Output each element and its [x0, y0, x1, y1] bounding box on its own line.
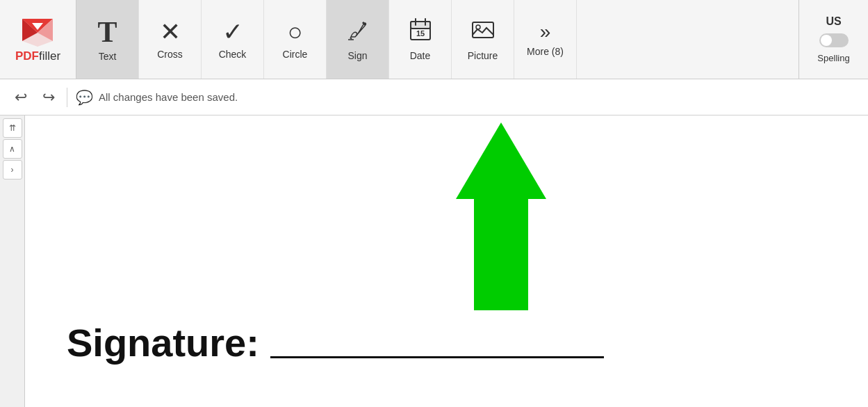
sign-button[interactable]: Sign — [327, 0, 389, 79]
green-arrow-indicator — [456, 122, 546, 310]
circle-icon: ○ — [288, 19, 303, 45]
side-panel: ⇈ ∧ › — [0, 115, 25, 407]
signature-line: Signature: — [67, 320, 604, 365]
picture-icon — [470, 17, 496, 46]
date-button[interactable]: 15 Date — [389, 0, 452, 79]
svg-rect-7 — [411, 22, 430, 29]
toolbar-divider — [67, 88, 67, 107]
circle-label: Circle — [283, 49, 308, 60]
svg-rect-11 — [473, 22, 493, 38]
circle-button[interactable]: ○ Circle — [264, 0, 327, 79]
pdffiller-logo: PDFfiller — [15, 16, 60, 63]
main-toolbar: PDFfiller T Text ✕ Cross ✓ Check ○ Circl… — [0, 0, 868, 79]
arrow-shaft — [474, 199, 528, 310]
date-icon: 15 — [408, 17, 433, 46]
signature-underline — [270, 356, 604, 358]
scroll-right-button[interactable]: › — [3, 160, 22, 179]
logo-filler: filler — [39, 49, 60, 63]
date-label: Date — [410, 50, 431, 61]
status-message: All changes have been saved. — [99, 91, 238, 103]
scroll-up-button[interactable]: ∧ — [3, 139, 22, 159]
more-button[interactable]: » More (8) — [514, 0, 577, 79]
sign-label: Sign — [347, 50, 367, 61]
text-icon: T — [97, 17, 117, 47]
document-area[interactable]: Signature: — [25, 115, 868, 407]
more-icon: » — [540, 22, 551, 42]
status-area: 💬 All changes have been saved. — [76, 89, 238, 106]
cross-label: Cross — [157, 49, 183, 60]
cross-button[interactable]: ✕ Cross — [139, 0, 202, 79]
scroll-top-button[interactable]: ⇈ — [3, 118, 22, 138]
secondary-toolbar: ↩ ↪ 💬 All changes have been saved. — [0, 79, 868, 115]
picture-label: Picture — [468, 50, 498, 61]
spelling-toggle[interactable] — [819, 33, 849, 47]
arrow-head — [456, 122, 546, 199]
check-icon: ✓ — [222, 19, 243, 45]
signature-label-text: Signature: — [67, 320, 259, 365]
text-button[interactable]: T Text — [76, 0, 139, 79]
logo-area[interactable]: PDFfiller — [0, 0, 76, 79]
check-button[interactable]: ✓ Check — [202, 0, 264, 79]
main-content: ⇈ ∧ › Signature: — [0, 115, 868, 407]
redo-button[interactable]: ↪ — [36, 85, 61, 110]
svg-point-12 — [476, 25, 480, 29]
spelling-lang: US — [826, 15, 841, 28]
sign-icon — [345, 17, 370, 46]
cross-icon: ✕ — [160, 19, 181, 45]
text-label: Text — [99, 51, 117, 62]
spelling-label: Spelling — [817, 53, 849, 63]
check-label: Check — [219, 49, 247, 60]
toggle-knob — [821, 35, 832, 46]
picture-button[interactable]: Picture — [452, 0, 514, 79]
undo-button[interactable]: ↩ — [8, 85, 33, 110]
more-label: More (8) — [527, 46, 564, 57]
logo-pdf: PDF — [15, 49, 39, 63]
status-icon: 💬 — [76, 89, 93, 106]
svg-text:15: 15 — [416, 29, 424, 38]
spelling-area[interactable]: US Spelling — [799, 0, 868, 79]
